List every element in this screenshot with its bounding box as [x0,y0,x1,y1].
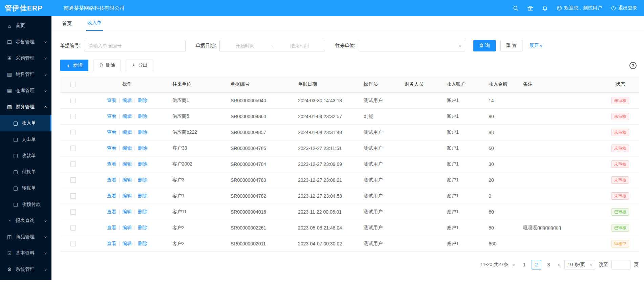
logout-button[interactable]: 退出登录 [611,5,637,11]
sidebar-item-零售管理[interactable]: ▤零售管理∨ [0,34,51,50]
table-row: 查看|编辑|删除客户2SR000000022612023-05-08 21:48… [60,220,639,236]
welcome-user[interactable]: 欢迎您，测试用户 [557,5,602,11]
sidebar-item-采购管理[interactable]: ⊞采购管理∨ [0,50,51,66]
search-icon[interactable] [513,5,519,11]
date-end-input[interactable] [274,41,325,51]
view-link[interactable]: 查看 [107,241,116,246]
bank-icon[interactable] [528,5,533,11]
page-size-select[interactable]: 10 条/页 ∨ [564,260,595,269]
edit-link[interactable]: 编辑 [123,241,132,246]
delete-link[interactable]: 删除 [138,193,147,198]
row-checkbox[interactable] [70,114,76,119]
next-page-icon[interactable]: › [557,262,561,267]
delete-link[interactable]: 删除 [138,177,147,182]
row-checkbox[interactable] [70,98,76,103]
view-link[interactable]: 查看 [107,145,116,151]
sidebar-item-首页[interactable]: ⌂首页 [0,18,51,34]
finance-cell [401,172,443,188]
view-link[interactable]: 查看 [107,113,116,119]
edit-link[interactable]: 编辑 [123,97,132,103]
col-date: 单据日期 [294,77,360,92]
page-number-3[interactable]: 3 [544,260,553,269]
amount-cell: 0 [485,188,519,204]
doc-no-input[interactable] [84,40,186,51]
jump-page-input[interactable] [611,260,630,269]
action-separator: | [119,129,120,135]
col-finance: 财务人员 [401,77,443,92]
view-link[interactable]: 查看 [107,209,116,214]
edit-link[interactable]: 编辑 [123,209,132,214]
reset-button[interactable]: 重 置 [500,40,523,51]
sidebar-item-转账单[interactable]: ▢转账单 [0,180,51,196]
sidebar-item-报表查询[interactable]: ◔报表查询∨ [0,213,51,229]
sidebar-item-label: 收入单 [22,120,36,126]
row-checkbox[interactable] [70,241,76,246]
select-all-checkbox[interactable] [70,82,76,87]
row-checkbox[interactable] [70,193,76,199]
sidebar-item-收入单[interactable]: ▢收入单 [0,115,51,131]
edit-link[interactable]: 编辑 [123,177,132,182]
page-number-2[interactable]: 2 [532,260,541,269]
sidebar-item-基本资料[interactable]: ⊡基本资料∨ [0,245,51,261]
delete-link[interactable]: 删除 [138,97,147,103]
export-button[interactable]: 导出 [126,60,153,71]
search-button[interactable]: 查 询 [473,40,496,51]
edit-link[interactable]: 编辑 [123,145,132,151]
add-button[interactable]: ＋ 新增 [60,60,88,71]
edit-link[interactable]: 编辑 [123,161,132,167]
edit-link[interactable]: 编辑 [123,129,132,135]
sidebar-item-系统管理[interactable]: ⚙系统管理∨ [0,261,51,278]
row-checkbox[interactable] [70,225,76,231]
date-cell: 2023-12-27 23:04:58 [294,188,360,204]
sidebar-item-收预付款[interactable]: ▢收预付款 [0,196,51,213]
delete-link[interactable]: 删除 [138,241,147,246]
date-cell: 2023-05-08 21:48:04 [294,220,360,236]
sidebar-item-label: 报表查询 [16,218,35,224]
tab-home[interactable]: 首页 [61,21,73,31]
view-link[interactable]: 查看 [107,225,116,230]
delete-link[interactable]: 删除 [138,113,147,119]
delete-link[interactable]: 删除 [138,225,147,230]
edit-link[interactable]: 编辑 [123,193,132,198]
view-link[interactable]: 查看 [107,97,116,103]
delete-link[interactable]: 删除 [138,145,147,151]
sidebar-item-商品管理[interactable]: ◫商品管理∨ [0,229,51,245]
edit-link[interactable]: 编辑 [123,225,132,230]
row-checkbox[interactable] [70,130,76,135]
prev-page-icon[interactable]: ‹ [512,262,516,267]
row-checkbox[interactable] [70,177,76,183]
goods-icon: ◫ [7,234,12,240]
partner-select[interactable]: ∨ [359,40,465,51]
view-link[interactable]: 查看 [107,129,116,135]
delete-link[interactable]: 删除 [138,161,147,167]
basic-icon: ⊡ [7,250,12,256]
view-link[interactable]: 查看 [107,161,116,167]
delete-link[interactable]: 删除 [138,209,147,214]
sidebar-item-销售管理[interactable]: ▥销售管理∨ [0,66,51,83]
sidebar-item-付款单[interactable]: ▢付款单 [0,164,51,180]
view-link[interactable]: 查看 [107,193,116,198]
view-link[interactable]: 查看 [107,177,116,182]
col-doc-no: 单据编号 [227,77,294,92]
delete-link[interactable]: 删除 [138,129,147,135]
help-icon[interactable]: ? [629,62,637,69]
row-checkbox[interactable] [70,146,76,151]
operator-cell: 测试用户 [360,172,401,188]
bell-icon[interactable] [542,5,548,11]
row-checkbox[interactable] [70,161,76,167]
sidebar-item-仓库管理[interactable]: ▦仓库管理∨ [0,83,51,99]
date-start-input[interactable] [220,41,270,51]
edit-link[interactable]: 编辑 [123,113,132,119]
expand-link[interactable]: 展开 ∨ [529,43,542,49]
sidebar-item-支出单[interactable]: ▢支出单 [0,131,51,148]
row-checkbox[interactable] [70,209,76,215]
date-range-picker[interactable]: ~ [219,40,325,51]
col-actions: 操作 [86,77,168,92]
delete-button[interactable]: 删除 [93,60,121,71]
sidebar-item-财务管理[interactable]: ▧财务管理∧ [0,99,51,115]
tab-income[interactable]: 收入单 [86,20,103,31]
finance-cell [401,204,443,220]
doc-icon: ▢ [13,120,18,126]
page-number-1[interactable]: 1 [519,260,529,269]
sidebar-item-收款单[interactable]: ▢收款单 [0,148,51,164]
